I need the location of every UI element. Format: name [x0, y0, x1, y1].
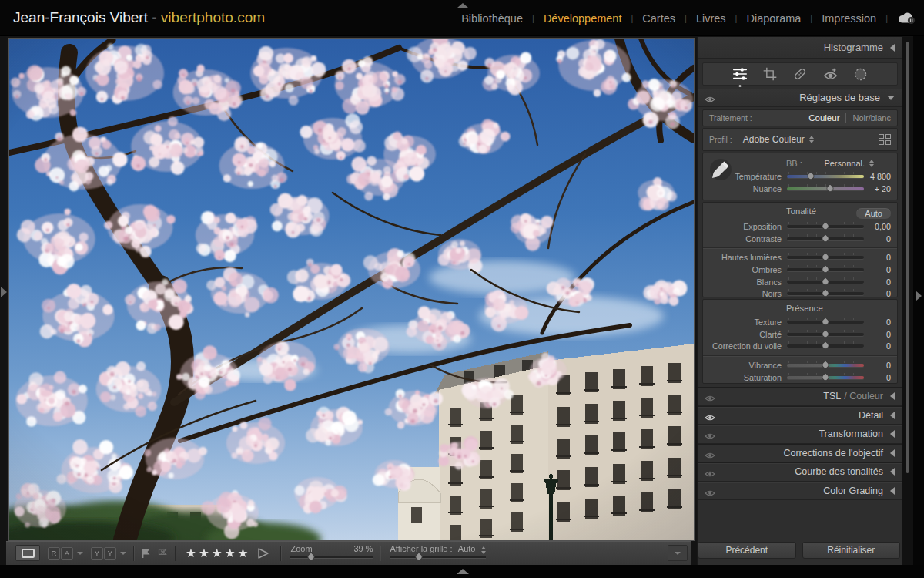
panel-visibility-eye-icon[interactable] [705, 470, 715, 478]
module-impression[interactable]: Impression [822, 12, 876, 25]
whites-slider[interactable] [787, 281, 864, 284]
before-after-yy-buttons[interactable]: Y Y [91, 547, 116, 560]
histogram-panel-header[interactable]: Histogramme [698, 37, 902, 59]
wb-select[interactable]: Personnal. [824, 159, 865, 168]
slider-thumb[interactable] [821, 252, 831, 262]
zoom-slider[interactable] [290, 556, 373, 558]
profile-select[interactable]: Adobe Couleur [743, 134, 805, 145]
toolbar-options-button[interactable] [668, 545, 688, 561]
before-after-ra-buttons[interactable]: R A [48, 547, 73, 560]
clarity-slider[interactable] [787, 333, 864, 336]
slider-value[interactable]: 0 [864, 373, 891, 382]
view-y2-button[interactable]: Y [104, 547, 116, 560]
select-arrows-icon[interactable] [809, 136, 814, 143]
slider-thumb[interactable] [821, 341, 831, 351]
left-panel-reveal-arrow[interactable] [1, 287, 7, 297]
photo-canvas[interactable] [9, 39, 694, 540]
contrast-slider[interactable] [787, 237, 864, 240]
view-a-button[interactable]: A [61, 547, 73, 560]
panel-header-color-grading[interactable]: Color Grading [698, 482, 902, 501]
slider-thumb[interactable] [821, 360, 831, 370]
slider-value[interactable]: 0,00 [864, 222, 891, 231]
basic-panel-header[interactable]: Réglages de base [698, 89, 902, 107]
grid-slider-thumb[interactable] [414, 552, 424, 562]
panel-scrollbar[interactable] [902, 37, 913, 565]
shadows-slider[interactable] [787, 268, 864, 271]
blacks-slider[interactable] [787, 292, 864, 295]
right-panel-collapse-arrow[interactable] [916, 291, 922, 301]
slider-thumb[interactable] [821, 234, 831, 244]
exposure-slider[interactable] [787, 225, 864, 228]
slider-thumb[interactable] [821, 277, 831, 287]
red-eye-tool[interactable] [821, 65, 839, 83]
module-diaporama[interactable]: Diaporama [746, 12, 801, 25]
dehaze-slider[interactable] [787, 344, 864, 348]
slider-thumb[interactable] [821, 317, 831, 327]
slider-thumb[interactable] [821, 372, 831, 382]
slider-thumb[interactable] [821, 221, 831, 231]
highlights-slider[interactable] [787, 256, 864, 259]
crop-tool[interactable] [761, 65, 779, 83]
panel-visibility-eye-icon[interactable] [705, 452, 715, 459]
module-cartes[interactable]: Cartes [642, 12, 675, 25]
panel-header-courbe-tonalites[interactable]: Courbe des tonalités [698, 462, 902, 482]
slider-thumb[interactable] [821, 329, 831, 339]
module-developpement[interactable]: Développement [544, 12, 622, 25]
tint-slider[interactable] [787, 187, 864, 190]
slider-value[interactable]: + 20 [864, 184, 891, 193]
slider-value[interactable]: 0 [864, 277, 891, 287]
healing-tool[interactable] [791, 65, 809, 83]
slider-value[interactable]: 4 800 [864, 172, 891, 181]
slider-value[interactable]: 0 [864, 234, 891, 244]
slider-value[interactable]: 0 [864, 361, 891, 370]
treatment-couleur-option[interactable]: Couleur [808, 113, 839, 123]
panel-visibility-eye-icon[interactable] [705, 395, 715, 402]
slider-value[interactable]: 0 [864, 318, 891, 327]
filmstrip-reveal-arrow[interactable] [457, 569, 469, 574]
identity-plate[interactable]: Jean-François Vibert - vibertphoto.com [13, 9, 265, 26]
loupe-view-button[interactable] [15, 545, 40, 561]
module-livres[interactable]: Livres [696, 12, 726, 25]
star-rating[interactable]: ★★★★★ [186, 546, 250, 560]
treatment-noirblanc-option[interactable]: Noir/blanc [852, 113, 891, 123]
vibrance-slider[interactable] [787, 364, 864, 367]
white-balance-eyedropper-icon[interactable] [709, 158, 732, 181]
saturation-slider[interactable] [787, 376, 864, 379]
top-panel-reveal-arrow[interactable] [457, 3, 468, 8]
cloud-sync-icon[interactable] [897, 12, 916, 25]
dropdown-caret-icon[interactable] [77, 552, 83, 555]
dropdown-caret-icon[interactable] [120, 552, 126, 555]
reject-flag-icon[interactable] [157, 548, 168, 559]
panel-header-tsl-couleur[interactable]: TSL/ Couleur [698, 387, 902, 406]
panel-header-corrections-objectif[interactable]: Corrections de l'objectif [698, 444, 902, 463]
grid-size-slider[interactable] [390, 556, 486, 558]
slider-value[interactable]: 0 [864, 341, 891, 351]
masking-tool[interactable] [851, 65, 869, 83]
panel-visibility-eye-icon[interactable] [705, 96, 715, 103]
slider-thumb[interactable] [825, 183, 835, 193]
select-arrows-icon[interactable] [481, 546, 486, 554]
slider-value[interactable]: 0 [864, 330, 891, 339]
panel-header-transformation[interactable]: Transformation [698, 425, 902, 444]
slider-value[interactable]: 0 [864, 289, 891, 298]
pick-flag-icon[interactable] [141, 548, 152, 559]
play-slideshow-icon[interactable] [256, 547, 270, 560]
previous-button[interactable]: Précédent [698, 542, 796, 559]
panel-visibility-eye-icon[interactable] [705, 414, 715, 422]
panel-visibility-eye-icon[interactable] [705, 432, 715, 440]
grid-mode-select[interactable]: Auto [458, 544, 476, 553]
slider-thumb[interactable] [821, 264, 831, 274]
auto-tone-button[interactable]: Auto [856, 208, 891, 219]
module-bibliotheque[interactable]: Bibliothèque [461, 12, 523, 25]
basic-adjustments-tool[interactable] [731, 65, 749, 83]
reset-button[interactable]: Réinitialiser [802, 542, 901, 559]
slider-thumb[interactable] [806, 171, 816, 181]
panel-visibility-eye-icon[interactable] [705, 489, 715, 497]
view-r-button[interactable]: R [48, 547, 60, 560]
select-arrows-icon[interactable] [869, 160, 874, 167]
temperature-slider[interactable] [787, 175, 864, 178]
zoom-slider-thumb[interactable] [306, 552, 316, 562]
slider-value[interactable]: 0 [864, 265, 891, 274]
panel-header-detail[interactable]: Détail [698, 406, 902, 425]
view-y1-button[interactable]: Y [91, 547, 103, 560]
